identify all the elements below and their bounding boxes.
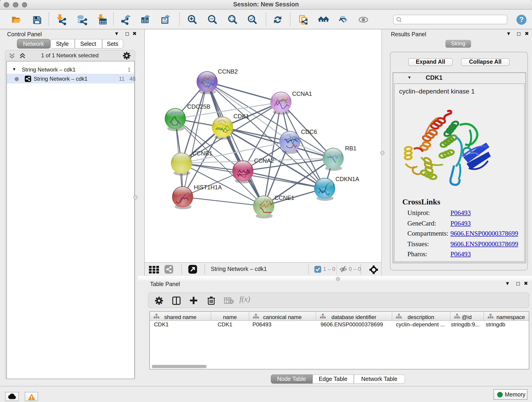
svg-text:CDC25B: CDC25B [187, 103, 210, 109]
svg-text:?: ? [519, 15, 524, 23]
svg-text:CCNA1: CCNA1 [292, 90, 312, 97]
svg-text:HIST1H1A: HIST1H1A [194, 184, 222, 190]
svg-text:CCNA2: CCNA2 [254, 157, 274, 164]
svg-text:CDC6: CDC6 [301, 128, 317, 135]
svg-text:RB1: RB1 [345, 145, 356, 151]
svg-text:CCNE1: CCNE1 [274, 194, 294, 201]
svg-text:CCNB1: CCNB1 [192, 150, 212, 156]
svg-text:CDKN1A: CDKN1A [336, 176, 360, 182]
svg-text:CDK1: CDK1 [234, 113, 249, 119]
svg-text:CCNB2: CCNB2 [218, 68, 238, 75]
